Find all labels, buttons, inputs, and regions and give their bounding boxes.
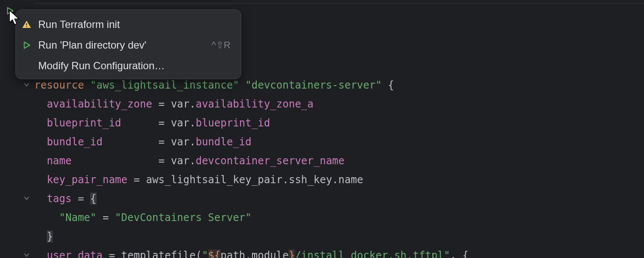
- token-op: =: [134, 174, 140, 186]
- token-pn: [239, 79, 245, 91]
- menu-item-label: Modify Run Configuration…: [38, 60, 231, 72]
- token-attr: user_data: [47, 249, 103, 258]
- svg-rect-0: [26, 23, 27, 25]
- token-op: .: [189, 98, 195, 110]
- token-attr: availability_zone: [47, 98, 152, 110]
- code-line[interactable]: name = var.devcontainer_server_name: [34, 151, 644, 170]
- token-op: =: [158, 136, 164, 148]
- token-attr: devcontainer_server_name: [196, 155, 345, 167]
- token-sel: }: [47, 230, 53, 243]
- token-op: .: [332, 174, 338, 186]
- token-pn: [103, 249, 109, 258]
- token-pn: [121, 117, 158, 129]
- token-pn: path: [221, 249, 246, 258]
- token-str: /install_docker.sh.tftpl": [295, 249, 450, 258]
- run-gutter-icon[interactable]: [5, 6, 15, 15]
- token-pn: [84, 193, 90, 205]
- menu-item-2[interactable]: Modify Run Configuration…: [16, 55, 241, 76]
- token-attr: key_pair_name: [47, 174, 128, 186]
- token-pn: var: [164, 155, 189, 167]
- chevron-down-icon[interactable]: [23, 81, 30, 90]
- token-op: .: [245, 249, 251, 258]
- token-pn: var: [164, 98, 189, 110]
- token-pn: templatefile(: [115, 249, 202, 258]
- token-pn: ssh_key: [289, 174, 332, 186]
- token-interp: }: [289, 249, 295, 258]
- token-sel: {: [90, 193, 96, 205]
- token-op: =: [109, 249, 115, 258]
- token-interp: ${: [208, 249, 221, 258]
- token-op: .: [189, 117, 195, 129]
- token-pn: [72, 193, 78, 205]
- token-attr: bundle_id: [196, 136, 252, 148]
- code-line[interactable]: user_data = templatefile("${path.module}…: [34, 246, 644, 258]
- menu-item-label: Run Terraform init: [38, 18, 231, 31]
- token-pn: [103, 136, 158, 148]
- token-pn: [152, 98, 158, 110]
- token-pn: [84, 79, 90, 91]
- code-line[interactable]: bundle_id = var.bundle_id: [34, 132, 644, 151]
- token-op: =: [78, 193, 84, 205]
- token-attr: bundle_id: [47, 136, 103, 148]
- chevron-down-icon[interactable]: [23, 194, 30, 203]
- code-line[interactable]: availability_zone = var.availability_zon…: [34, 95, 644, 114]
- menu-item-1[interactable]: Run 'Plan directory dev'^⇧R: [16, 35, 241, 55]
- token-attr: blueprint_id: [196, 117, 270, 129]
- token-op: .: [189, 155, 195, 167]
- token-pn: [128, 174, 134, 186]
- spacer-icon: [21, 60, 32, 71]
- token-str: "DevContainers Server": [115, 212, 252, 224]
- token-pn: module: [252, 249, 289, 258]
- svg-rect-1: [26, 26, 27, 27]
- token-pn: [109, 212, 115, 224]
- token-attr: blueprint_id: [47, 117, 121, 129]
- run-context-menu: Run Terraform initRun 'Plan directory de…: [15, 9, 241, 79]
- token-pn: var: [164, 117, 189, 129]
- token-op: .: [189, 136, 195, 148]
- token-op: =: [158, 98, 164, 110]
- token-op: =: [103, 212, 109, 224]
- token-op: =: [158, 155, 164, 167]
- token-pn: var: [164, 136, 189, 148]
- token-kw: resource: [34, 79, 84, 91]
- token-op: .: [283, 174, 289, 186]
- token-attr: name: [47, 155, 72, 167]
- token-pn: [72, 155, 158, 167]
- menu-item-0[interactable]: Run Terraform init: [16, 14, 241, 35]
- code-line[interactable]: tags = {: [34, 189, 644, 208]
- code-line[interactable]: "Name" = "DevContainers Server": [34, 208, 644, 227]
- token-str: "devcontainers-server": [245, 79, 382, 91]
- token-pn: , {: [450, 249, 468, 258]
- token-op: =: [158, 117, 164, 129]
- menu-item-shortcut: ^⇧R: [212, 40, 231, 51]
- token-pn: aws_lightsail_key_pair: [140, 174, 283, 186]
- code-line[interactable]: blueprint_id = var.blueprint_id: [34, 114, 644, 132]
- run-icon: [21, 40, 32, 51]
- token-attr: availability_zone_a: [196, 98, 314, 110]
- token-pn: [97, 212, 103, 224]
- token-attr: tags: [47, 193, 72, 205]
- token-pn: name: [338, 174, 363, 186]
- menu-item-label: Run 'Plan directory dev': [38, 39, 206, 51]
- token-str: "Name": [59, 212, 97, 224]
- token-str: "aws_lightsail_instance": [90, 79, 239, 91]
- token-pn: {: [382, 79, 394, 91]
- code-line[interactable]: key_pair_name = aws_lightsail_key_pair.s…: [34, 170, 644, 189]
- token-str: ": [202, 249, 208, 258]
- chevron-down-icon[interactable]: [23, 251, 30, 258]
- code-line[interactable]: }: [34, 227, 644, 246]
- warning-icon: [21, 19, 32, 30]
